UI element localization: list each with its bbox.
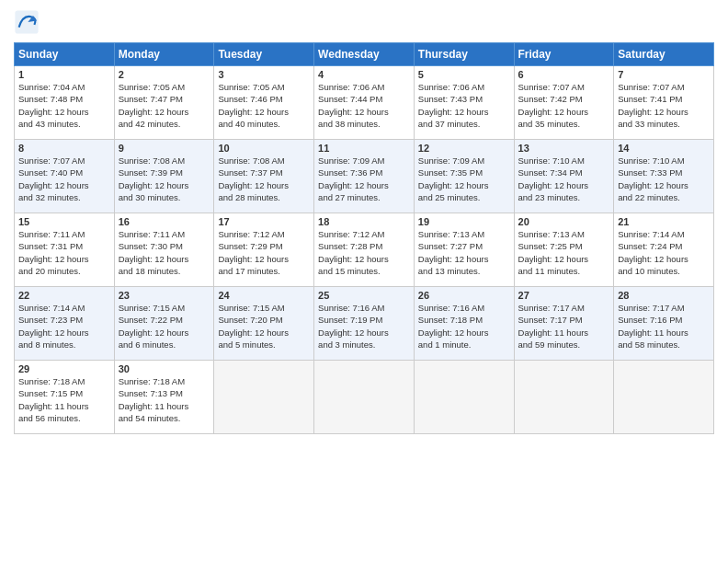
day-number: 16	[119, 216, 210, 227]
calendar-day-cell: 30Sunrise: 7:18 AM Sunset: 7:13 PM Dayli…	[114, 361, 214, 434]
day-info: Sunrise: 7:13 AM Sunset: 7:25 PM Dayligh…	[518, 228, 610, 277]
day-info: Sunrise: 7:16 AM Sunset: 7:19 PM Dayligh…	[318, 302, 410, 350]
calendar-day-cell: 3Sunrise: 7:05 AM Sunset: 7:46 PM Daylig…	[214, 66, 314, 140]
calendar-day-cell: 8Sunrise: 7:07 AM Sunset: 7:40 PM Daylig…	[15, 140, 115, 213]
day-number: 7	[618, 69, 710, 80]
calendar-day-cell: 21Sunrise: 7:14 AM Sunset: 7:24 PM Dayli…	[614, 213, 714, 287]
weekday-header-sunday: Sunday	[15, 43, 115, 66]
day-info: Sunrise: 7:05 AM Sunset: 7:46 PM Dayligh…	[218, 81, 310, 130]
day-number: 19	[418, 216, 510, 227]
day-number: 21	[618, 216, 710, 227]
day-number: 9	[119, 143, 210, 154]
calendar-week-row: 22Sunrise: 7:14 AM Sunset: 7:23 PM Dayli…	[15, 287, 714, 361]
calendar-body: 1Sunrise: 7:04 AM Sunset: 7:48 PM Daylig…	[15, 66, 714, 434]
weekday-header-friday: Friday	[514, 43, 614, 66]
weekday-header-wednesday: Wednesday	[314, 43, 415, 66]
day-info: Sunrise: 7:13 AM Sunset: 7:27 PM Dayligh…	[418, 228, 510, 277]
logo	[14, 9, 41, 35]
day-number: 10	[218, 143, 310, 154]
day-number: 20	[518, 216, 610, 227]
day-info: Sunrise: 7:07 AM Sunset: 7:42 PM Dayligh…	[518, 81, 610, 130]
day-info: Sunrise: 7:18 AM Sunset: 7:13 PM Dayligh…	[119, 375, 210, 424]
day-info: Sunrise: 7:18 AM Sunset: 7:15 PM Dayligh…	[18, 375, 110, 424]
day-info: Sunrise: 7:07 AM Sunset: 7:41 PM Dayligh…	[618, 81, 710, 130]
weekday-header-row: SundayMondayTuesdayWednesdayThursdayFrid…	[15, 43, 714, 66]
calendar-day-cell: 10Sunrise: 7:08 AM Sunset: 7:37 PM Dayli…	[214, 140, 314, 213]
day-info: Sunrise: 7:14 AM Sunset: 7:24 PM Dayligh…	[618, 228, 710, 277]
day-info: Sunrise: 7:09 AM Sunset: 7:36 PM Dayligh…	[318, 155, 410, 203]
calendar-day-cell: 15Sunrise: 7:11 AM Sunset: 7:31 PM Dayli…	[15, 213, 115, 287]
calendar-day-cell	[314, 361, 415, 434]
calendar-day-cell	[214, 361, 314, 434]
day-info: Sunrise: 7:05 AM Sunset: 7:47 PM Dayligh…	[119, 81, 210, 130]
calendar-day-cell: 5Sunrise: 7:06 AM Sunset: 7:43 PM Daylig…	[414, 66, 514, 140]
day-info: Sunrise: 7:15 AM Sunset: 7:22 PM Dayligh…	[119, 302, 210, 350]
header	[14, 9, 714, 35]
day-info: Sunrise: 7:12 AM Sunset: 7:29 PM Dayligh…	[218, 228, 310, 277]
weekday-header-saturday: Saturday	[614, 43, 714, 66]
day-info: Sunrise: 7:08 AM Sunset: 7:39 PM Dayligh…	[119, 155, 210, 203]
calendar-day-cell: 22Sunrise: 7:14 AM Sunset: 7:23 PM Dayli…	[15, 287, 115, 361]
weekday-header-monday: Monday	[114, 43, 214, 66]
day-number: 26	[418, 290, 510, 301]
day-info: Sunrise: 7:16 AM Sunset: 7:18 PM Dayligh…	[418, 302, 510, 350]
day-number: 15	[18, 216, 110, 227]
day-number: 12	[418, 143, 510, 154]
day-number: 14	[618, 143, 710, 154]
day-number: 30	[119, 363, 210, 374]
calendar-week-row: 15Sunrise: 7:11 AM Sunset: 7:31 PM Dayli…	[15, 213, 714, 287]
calendar-day-cell: 1Sunrise: 7:04 AM Sunset: 7:48 PM Daylig…	[15, 66, 115, 140]
calendar-day-cell: 20Sunrise: 7:13 AM Sunset: 7:25 PM Dayli…	[514, 213, 614, 287]
day-info: Sunrise: 7:17 AM Sunset: 7:17 PM Dayligh…	[518, 302, 610, 350]
day-number: 27	[518, 290, 610, 301]
calendar-day-cell: 18Sunrise: 7:12 AM Sunset: 7:28 PM Dayli…	[314, 213, 415, 287]
day-info: Sunrise: 7:08 AM Sunset: 7:37 PM Dayligh…	[218, 155, 310, 203]
day-number: 13	[518, 143, 610, 154]
calendar-week-row: 1Sunrise: 7:04 AM Sunset: 7:48 PM Daylig…	[15, 66, 714, 140]
calendar-day-cell: 4Sunrise: 7:06 AM Sunset: 7:44 PM Daylig…	[314, 66, 415, 140]
day-number: 11	[318, 143, 410, 154]
calendar-day-cell	[514, 361, 614, 434]
day-info: Sunrise: 7:11 AM Sunset: 7:31 PM Dayligh…	[18, 228, 110, 277]
calendar-day-cell: 28Sunrise: 7:17 AM Sunset: 7:16 PM Dayli…	[614, 287, 714, 361]
calendar-day-cell: 7Sunrise: 7:07 AM Sunset: 7:41 PM Daylig…	[614, 66, 714, 140]
day-number: 17	[218, 216, 310, 227]
calendar-header: SundayMondayTuesdayWednesdayThursdayFrid…	[15, 43, 714, 66]
calendar-day-cell: 11Sunrise: 7:09 AM Sunset: 7:36 PM Dayli…	[314, 140, 415, 213]
day-info: Sunrise: 7:10 AM Sunset: 7:33 PM Dayligh…	[618, 155, 710, 203]
day-info: Sunrise: 7:14 AM Sunset: 7:23 PM Dayligh…	[18, 302, 110, 350]
logo-icon	[14, 9, 40, 35]
calendar-table: SundayMondayTuesdayWednesdayThursdayFrid…	[14, 42, 714, 434]
day-info: Sunrise: 7:06 AM Sunset: 7:44 PM Dayligh…	[318, 81, 410, 130]
calendar-day-cell: 13Sunrise: 7:10 AM Sunset: 7:34 PM Dayli…	[514, 140, 614, 213]
calendar-day-cell: 2Sunrise: 7:05 AM Sunset: 7:47 PM Daylig…	[114, 66, 214, 140]
calendar-day-cell: 24Sunrise: 7:15 AM Sunset: 7:20 PM Dayli…	[214, 287, 314, 361]
day-number: 23	[119, 290, 210, 301]
day-info: Sunrise: 7:06 AM Sunset: 7:43 PM Dayligh…	[418, 81, 510, 130]
day-number: 29	[18, 363, 110, 374]
day-info: Sunrise: 7:17 AM Sunset: 7:16 PM Dayligh…	[618, 302, 710, 350]
day-info: Sunrise: 7:09 AM Sunset: 7:35 PM Dayligh…	[418, 155, 510, 203]
calendar-week-row: 29Sunrise: 7:18 AM Sunset: 7:15 PM Dayli…	[15, 361, 714, 434]
calendar-day-cell: 9Sunrise: 7:08 AM Sunset: 7:39 PM Daylig…	[114, 140, 214, 213]
calendar-day-cell: 6Sunrise: 7:07 AM Sunset: 7:42 PM Daylig…	[514, 66, 614, 140]
weekday-header-tuesday: Tuesday	[214, 43, 314, 66]
calendar-day-cell: 12Sunrise: 7:09 AM Sunset: 7:35 PM Dayli…	[414, 140, 514, 213]
day-number: 8	[18, 143, 110, 154]
calendar-day-cell: 16Sunrise: 7:11 AM Sunset: 7:30 PM Dayli…	[114, 213, 214, 287]
calendar-day-cell: 25Sunrise: 7:16 AM Sunset: 7:19 PM Dayli…	[314, 287, 415, 361]
calendar-day-cell	[414, 361, 514, 434]
day-number: 18	[318, 216, 410, 227]
calendar-day-cell: 27Sunrise: 7:17 AM Sunset: 7:17 PM Dayli…	[514, 287, 614, 361]
day-number: 5	[418, 69, 510, 80]
day-number: 3	[218, 69, 310, 80]
day-number: 4	[318, 69, 410, 80]
calendar-day-cell	[614, 361, 714, 434]
calendar-day-cell: 23Sunrise: 7:15 AM Sunset: 7:22 PM Dayli…	[114, 287, 214, 361]
calendar-day-cell: 29Sunrise: 7:18 AM Sunset: 7:15 PM Dayli…	[15, 361, 115, 434]
day-number: 1	[18, 69, 110, 80]
calendar-day-cell: 19Sunrise: 7:13 AM Sunset: 7:27 PM Dayli…	[414, 213, 514, 287]
day-number: 2	[119, 69, 210, 80]
day-info: Sunrise: 7:10 AM Sunset: 7:34 PM Dayligh…	[518, 155, 610, 203]
day-number: 6	[518, 69, 610, 80]
